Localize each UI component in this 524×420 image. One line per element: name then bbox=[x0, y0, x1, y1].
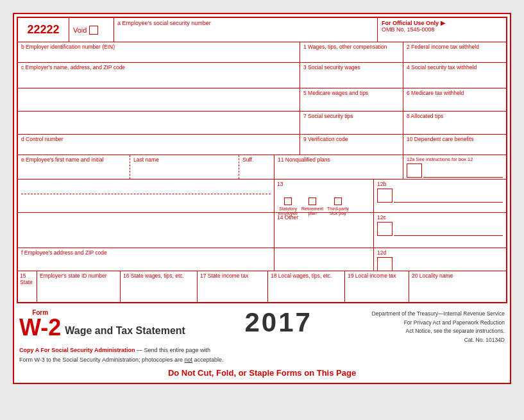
state-id-cell: Employer's state ID number bbox=[37, 271, 121, 302]
row-employer-cont1: 5 Medicare wages and tips 6 Medicare tax… bbox=[18, 88, 506, 112]
emp-first-cell: e Employee's first name and initial bbox=[18, 155, 130, 179]
box8-label: 8 Allocated tips bbox=[407, 113, 503, 119]
do-not-cut-label: Do Not Cut, Fold, or Staple Forms on Thi… bbox=[14, 364, 510, 383]
box12d-code[interactable] bbox=[377, 257, 393, 271]
box6-cell: 6 Medicare tax withheld bbox=[403, 88, 506, 111]
cat-label: Cat. No. 10134D bbox=[372, 336, 505, 345]
emp-addr2-cell bbox=[18, 213, 275, 248]
thirdparty-checkbox[interactable] bbox=[334, 197, 342, 205]
statutory-checkbox[interactable] bbox=[284, 197, 292, 205]
box9-label: 9 Verification code bbox=[303, 136, 400, 142]
state-label: 15 State bbox=[20, 273, 35, 285]
box12d-sub bbox=[377, 257, 503, 271]
local-wages-label: 18 Local wages, tips, etc. bbox=[271, 273, 342, 279]
box5-cell: 5 Medicare wages and tips bbox=[300, 88, 403, 111]
state-wages-cell: 16 State wages, tips, etc. bbox=[121, 271, 198, 302]
copy-not: not bbox=[184, 357, 192, 363]
copy-accept: acceptable. bbox=[194, 357, 224, 363]
suff-label: Suff. bbox=[242, 156, 271, 163]
box7-label: 7 Social security tips bbox=[303, 113, 400, 119]
box12b-label: 12b bbox=[377, 181, 503, 187]
footer-section: Form W-2 Wage and Tax Statement 2017 Dep… bbox=[14, 306, 510, 364]
code-text: 22222 bbox=[27, 23, 59, 37]
irs-info: Department of the Treasury—Internal Reve… bbox=[372, 310, 505, 344]
copy-a-label: Copy A For Social Security Administratio… bbox=[19, 347, 135, 353]
year-display: 2017 bbox=[245, 307, 312, 338]
copy-send: — Send this entire page with bbox=[137, 347, 210, 353]
row-employer-name: c Employer's name, address, and ZIP code… bbox=[18, 63, 506, 88]
box14-label: 14 Other bbox=[277, 214, 371, 221]
box3-cell: 3 Social security wages bbox=[300, 63, 403, 88]
ein-label: b Employer identification number (EIN) bbox=[21, 44, 296, 50]
employer-name-label: c Employer's name, address, and ZIP code bbox=[21, 64, 296, 71]
box12a-cell: 12a See instructions for box 12 bbox=[403, 155, 506, 179]
box12b-cell: 12b bbox=[374, 180, 506, 212]
local-income-label: 19 Local income tax bbox=[348, 273, 406, 279]
box10-cell: 10 Dependent care benefits bbox=[403, 135, 506, 155]
state-income-cell: 17 State income tax bbox=[198, 271, 268, 302]
state-id-label: Employer's state ID number bbox=[40, 273, 117, 279]
box12c-code[interactable] bbox=[377, 222, 393, 236]
box12c-sub bbox=[377, 222, 503, 236]
emp-addr-label: f Employee's address and ZIP code bbox=[21, 249, 271, 256]
state-cell: 15 State bbox=[18, 271, 37, 302]
box11-label: 11 Nonqualified plans bbox=[278, 156, 400, 163]
box12d-cell: 12d bbox=[374, 248, 506, 271]
box7-cell: 7 Social security tips bbox=[300, 112, 403, 134]
spacer-cell bbox=[275, 248, 374, 271]
act-notice-label: Act Notice, see the separate instruction… bbox=[372, 327, 505, 336]
control-label: d Control number bbox=[21, 136, 296, 142]
omb-label: OMB No. 1545-0008 bbox=[382, 26, 502, 33]
emp-addr-label-cell: f Employee's address and ZIP code bbox=[18, 248, 275, 271]
official-use-cell: For Official Use Only ▶ OMB No. 1545-000… bbox=[378, 18, 506, 42]
box8-cell: 8 Allocated tips bbox=[403, 112, 506, 134]
row-employer-cont2: 7 Social security tips 8 Allocated tips bbox=[18, 112, 506, 135]
retirement-checkbox[interactable] bbox=[308, 197, 316, 205]
box4-cell: 4 Social security tax withheld bbox=[403, 63, 506, 88]
copy-info: Copy A For Social Security Administratio… bbox=[19, 346, 505, 364]
box11-cell: 11 Nonqualified plans bbox=[275, 155, 403, 179]
row-address-label: f Employee's address and ZIP code 12d bbox=[18, 248, 506, 271]
locality-cell: 20 Locality name bbox=[409, 271, 506, 302]
w2-title: Wage and Tax Statement bbox=[65, 325, 185, 339]
official-label: For Official Use Only ▶ bbox=[382, 20, 502, 26]
box13-cell: 13 Statutory employee Retirement plan Th… bbox=[275, 180, 374, 212]
void-checkbox[interactable] bbox=[89, 26, 98, 35]
employer-name-cont2 bbox=[18, 112, 300, 134]
box12b-value[interactable] bbox=[394, 189, 503, 203]
employer-name-cell: c Employer's name, address, and ZIP code bbox=[18, 63, 300, 88]
ein-cell: b Employer identification number (EIN) bbox=[18, 42, 300, 62]
ssn-label: a Employee's social security number bbox=[117, 20, 374, 27]
box12a-code[interactable] bbox=[407, 164, 422, 178]
dept-label: Department of the Treasury—Internal Reve… bbox=[372, 310, 505, 319]
box1-cell: 1 Wages, tips, other compensation bbox=[300, 42, 403, 62]
box12c-value[interactable] bbox=[394, 222, 503, 236]
locality-label: 20 Locality name bbox=[412, 273, 503, 279]
box10-label: 10 Dependent care benefits bbox=[407, 136, 503, 142]
form-area: 22222 Void a Employee's social security … bbox=[17, 17, 507, 303]
w2-big-label: W-2 bbox=[19, 316, 61, 339]
emp-last-label: Last name bbox=[133, 156, 235, 163]
privacy-label: For Privacy Act and Paperwork Reduction bbox=[372, 319, 505, 328]
form-code: 22222 bbox=[18, 18, 69, 42]
ssn-cell: a Employee's social security number bbox=[114, 18, 378, 42]
state-income-label: 17 State income tax bbox=[200, 273, 265, 279]
box12a-sub bbox=[407, 164, 503, 178]
row-control: d Control number 9 Verification code 10 … bbox=[18, 135, 506, 155]
box6-label: 6 Medicare tax withheld bbox=[407, 90, 503, 96]
box4-label: 4 Social security tax withheld bbox=[407, 64, 503, 71]
emp-addr-cell bbox=[18, 180, 275, 212]
box12a-label: 12a See instructions for box 12 bbox=[407, 156, 503, 162]
box12b-sub bbox=[377, 189, 503, 203]
box12d-value[interactable] bbox=[394, 257, 503, 271]
addr-dashed bbox=[21, 194, 271, 194]
box12a-value[interactable] bbox=[423, 164, 503, 178]
copy-w3: Form W-3 to the Social Security Administ… bbox=[19, 357, 183, 363]
row-state: 15 State Employer's state ID number 16 S… bbox=[18, 271, 506, 302]
box9-cell: 9 Verification code bbox=[300, 135, 403, 155]
box12c-label: 12c bbox=[377, 214, 503, 221]
box5-label: 5 Medicare wages and tips bbox=[303, 90, 400, 96]
local-wages-cell: 18 Local wages, tips, etc. bbox=[268, 271, 345, 302]
row-address2: 14 Other 12c bbox=[18, 213, 506, 248]
box12b-code[interactable] bbox=[377, 189, 393, 203]
